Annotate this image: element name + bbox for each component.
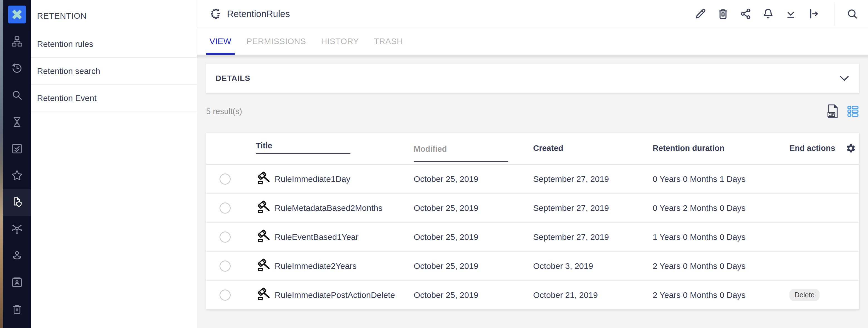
- gavel-icon: [257, 171, 270, 186]
- hub-network-icon: [10, 223, 23, 237]
- hourglass-icon: [10, 115, 23, 130]
- results-table: Title Modified Created Retention duratio…: [206, 133, 859, 309]
- sidebar-item-label: Retention Event: [37, 93, 96, 103]
- contact-card-icon: [10, 276, 23, 290]
- page-title: RetentionRules: [227, 9, 290, 19]
- sort-underline: [414, 161, 508, 162]
- retention-doc-shield-icon: [10, 195, 24, 210]
- cell-retention-duration: 0 Years 2 Months 0 Days: [651, 203, 788, 213]
- rail-item-search[interactable]: [3, 82, 31, 109]
- column-header-modified[interactable]: Modified: [412, 144, 532, 162]
- tab-trash[interactable]: TRASH: [371, 28, 406, 55]
- row-select-radio[interactable]: [219, 202, 231, 214]
- row-title: RuleImmediatePostActionDelete: [275, 290, 395, 300]
- row-select-radio[interactable]: [219, 290, 231, 301]
- desktop-wallpaper-strip: [0, 0, 3, 328]
- rail-item-browse[interactable]: [3, 29, 31, 55]
- gavel-icon: [257, 200, 270, 215]
- table-row[interactable]: RuleMetadataBased2Months October 25, 201…: [206, 194, 859, 223]
- document-title-group: RetentionRules: [210, 7, 290, 20]
- rail-item-history[interactable]: [3, 55, 31, 82]
- column-label: Modified: [414, 144, 532, 154]
- clipboard-check-icon: [10, 142, 23, 156]
- rail-item-personal-space[interactable]: [3, 243, 31, 270]
- cell-created: September 27, 2019: [532, 174, 651, 184]
- row-select-radio[interactable]: [219, 261, 231, 272]
- tab-permissions[interactable]: PERMISSIONS: [243, 28, 309, 55]
- cell-created: October 3, 2019: [532, 261, 651, 271]
- svg-text:CSV: CSV: [829, 113, 835, 116]
- results-toolbar: 5 result(s) CSV: [206, 101, 859, 121]
- notifications-bell-icon[interactable]: [762, 7, 774, 20]
- display-mode-list-icon[interactable]: [847, 105, 859, 117]
- rail-item-pending-tasks[interactable]: [3, 109, 31, 136]
- row-title: RuleEventBased1Year: [275, 232, 359, 242]
- cell-modified: October 25, 2019: [412, 174, 532, 184]
- sidebar-item-retention-rules[interactable]: Retention rules: [31, 31, 197, 58]
- header-divider: [835, 2, 835, 25]
- table-row[interactable]: RuleImmediate1Day October 25, 2019 Septe…: [206, 165, 859, 194]
- document-search-icon[interactable]: [846, 7, 859, 20]
- sidebar-title: RETENTION: [31, 0, 197, 31]
- sidebar-item-label: Retention rules: [37, 39, 93, 49]
- app-root: RETENTION Retention rules Retention sear…: [0, 0, 868, 328]
- retention-sidebar: RETENTION Retention rules Retention sear…: [31, 0, 197, 328]
- column-header-retention-duration: Retention duration: [651, 144, 788, 153]
- cell-created: September 27, 2019: [532, 232, 651, 242]
- table-row[interactable]: RuleImmediatePostActionDelete October 25…: [206, 280, 859, 309]
- export-csv-icon[interactable]: CSV: [827, 104, 839, 118]
- cell-title: RuleEventBased1Year: [244, 229, 412, 244]
- details-panel[interactable]: DETAILS: [206, 63, 859, 93]
- gavel-icon: [257, 229, 270, 244]
- trash-icon: [10, 303, 23, 317]
- sidebar-item-retention-search[interactable]: Retention search: [31, 58, 197, 85]
- cell-retention-duration: 1 Years 0 Months 0 Days: [651, 232, 788, 242]
- row-select-radio[interactable]: [219, 173, 231, 185]
- download-icon[interactable]: [784, 7, 797, 20]
- chevron-down-icon[interactable]: [840, 75, 849, 81]
- cell-created: September 27, 2019: [532, 203, 651, 213]
- person-ring-icon: [10, 249, 23, 263]
- edit-pencil-icon[interactable]: [694, 7, 707, 20]
- details-label: DETAILS: [216, 74, 250, 83]
- cell-modified: October 25, 2019: [412, 203, 532, 213]
- column-label: Title: [256, 141, 412, 151]
- rail-item-favorites[interactable]: [3, 163, 31, 189]
- cell-created: October 21, 2019: [532, 290, 651, 300]
- cell-retention-duration: 2 Years 0 Months 0 Days: [651, 261, 788, 271]
- history-icon: [10, 62, 23, 76]
- row-select-radio[interactable]: [219, 231, 231, 243]
- export-icon[interactable]: [807, 7, 819, 20]
- icon-rail: [3, 0, 31, 328]
- column-header-title[interactable]: Title: [244, 141, 412, 154]
- content-area: DETAILS 5 result(s) CSV: [197, 55, 868, 328]
- sitemap-icon: [10, 35, 23, 49]
- cell-title: RuleMetadataBased2Months: [244, 200, 412, 215]
- column-header-created: Created: [532, 144, 651, 153]
- cell-title: RuleImmediatePostActionDelete: [244, 288, 412, 302]
- share-icon[interactable]: [739, 7, 752, 20]
- delete-trash-icon[interactable]: [717, 7, 729, 20]
- gavel-icon: [257, 288, 270, 302]
- star-icon: [10, 169, 23, 183]
- rail-item-workflow[interactable]: [3, 216, 31, 243]
- tab-view[interactable]: VIEW: [206, 28, 235, 55]
- rail-item-user-card[interactable]: [3, 270, 31, 297]
- table-row[interactable]: RuleImmediate2Years October 25, 2019 Oct…: [206, 252, 859, 280]
- cell-modified: October 25, 2019: [412, 232, 532, 242]
- tab-history[interactable]: HISTORY: [318, 28, 363, 55]
- document-header: RetentionRules: [197, 0, 868, 28]
- document-tabs: VIEW PERMISSIONS HISTORY TRASH: [197, 28, 868, 55]
- header-spacer: [206, 133, 244, 164]
- row-title: RuleImmediate2Years: [275, 261, 356, 271]
- table-row[interactable]: RuleEventBased1Year October 25, 2019 Sep…: [206, 223, 859, 252]
- column-settings-gear-icon[interactable]: [846, 143, 856, 154]
- rail-item-tasks[interactable]: [3, 136, 31, 163]
- main-area: RetentionRules: [197, 0, 868, 328]
- rail-item-trash[interactable]: [3, 297, 31, 323]
- gavel-icon: [257, 258, 270, 273]
- nuxeo-logo[interactable]: [3, 0, 31, 29]
- sidebar-item-retention-event[interactable]: Retention Event: [31, 85, 197, 112]
- row-title: RuleMetadataBased2Months: [275, 203, 382, 213]
- rail-item-retention[interactable]: [3, 189, 31, 216]
